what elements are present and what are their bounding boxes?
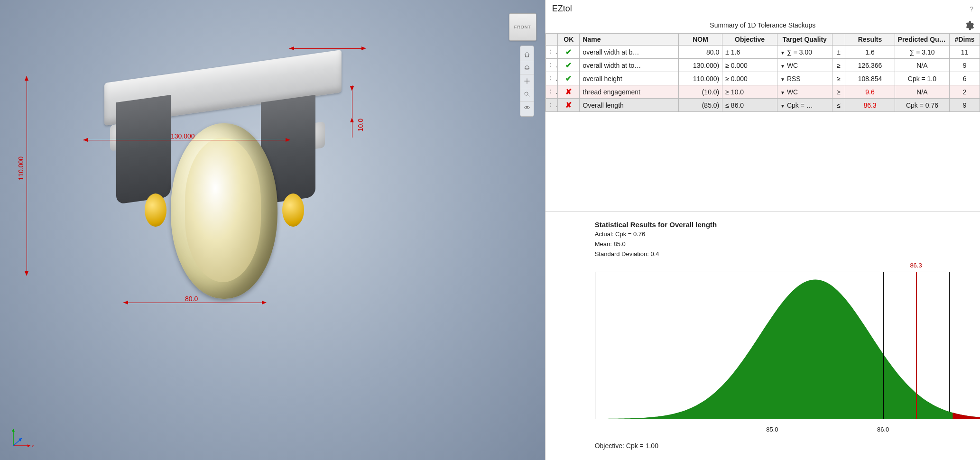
nav-home-icon[interactable]: [520, 48, 534, 61]
nav-orbit-icon[interactable]: [520, 61, 534, 74]
nav-pan-icon[interactable]: [520, 74, 534, 88]
model-bracket: [116, 95, 171, 204]
expand-toggle[interactable]: 〉: [545, 59, 557, 72]
axis-triad-icon: x: [9, 424, 35, 451]
settings-button[interactable]: [963, 19, 975, 32]
nav-look-icon[interactable]: [520, 101, 534, 114]
cell-predicted-quality: Cpk = 0.76: [895, 99, 950, 112]
table-row[interactable]: 〉✘Overall length(85.0)≤ 86.0▼Cpk = …≤86.…: [545, 99, 980, 112]
dim-thickness-label: 10.0: [357, 119, 364, 131]
cell-target-quality[interactable]: ▼WC: [777, 59, 832, 72]
cell-nom: 130.000): [678, 59, 722, 72]
table-row[interactable]: 〉✔overall height110.000)≥ 0.000▼RSS≥108.…: [545, 72, 980, 85]
col-target-quality[interactable]: Target Quality: [777, 34, 832, 46]
svg-marker-4: [28, 444, 30, 447]
cell-objective: ≥ 0.000: [722, 59, 777, 72]
col-name[interactable]: Name: [580, 34, 678, 46]
chart-plot: 86.3: [595, 272, 950, 419]
dim-arrow: [286, 138, 290, 142]
dim-width-top-label: 130.000: [171, 132, 195, 140]
cell-nom: 110.000): [678, 72, 722, 85]
col-op: [832, 34, 845, 46]
dim-line: [83, 140, 289, 140]
col-predicted-quality[interactable]: Predicted Quality: [895, 34, 950, 46]
expand-toggle[interactable]: 〉: [545, 99, 557, 112]
dim-width-bottom-label: 80.0: [185, 295, 198, 303]
dim-arrow: [350, 86, 354, 91]
col-ok[interactable]: OK: [558, 34, 580, 46]
cell-dims: 9: [950, 99, 980, 112]
cell-name: thread engagement: [580, 85, 678, 99]
chart-section: Statistical Results for Overall length A…: [545, 212, 980, 460]
table-row[interactable]: 〉✔overall width at b…80.0± 1.6▼∑ = 3.00±…: [545, 46, 980, 59]
col-objective[interactable]: Objective: [722, 34, 777, 46]
limit-line-upper: [883, 272, 884, 419]
cell-nom: (85.0): [678, 99, 722, 112]
cell-objective: ≤ 86.0: [722, 99, 777, 112]
dim-arrow: [25, 271, 28, 276]
expand-toggle[interactable]: 〉: [545, 72, 557, 85]
view-cube-face: FRONT: [514, 25, 531, 29]
help-icon[interactable]: ?: [970, 5, 973, 13]
actual-line: [916, 272, 917, 419]
check-icon: ✔: [565, 74, 572, 83]
cell-op: ≥: [832, 59, 845, 72]
chart-objective: Objective: Cpk = 1.00: [595, 442, 969, 450]
cell-name: overall width at to…: [580, 59, 678, 72]
view-cube[interactable]: FRONT: [509, 13, 536, 41]
cell-predicted-quality: Cpk = 1.0: [895, 72, 950, 85]
dim-line: [352, 85, 352, 138]
cell-target-quality[interactable]: ▼WC: [777, 85, 832, 99]
col-results[interactable]: Results: [845, 34, 895, 46]
cell-predicted-quality: N/A: [895, 85, 950, 99]
dim-arrow: [25, 76, 28, 81]
cell-nom: 80.0: [678, 46, 722, 59]
cell-target-quality[interactable]: ▼∑ = 3.00: [777, 46, 832, 59]
chart-actual: Actual: Cpk = 0.76: [595, 230, 969, 239]
cell-ok: ✔: [558, 59, 580, 72]
subheader-title: Summary of 1D Tolerance Stackups: [710, 21, 815, 29]
expand-toggle[interactable]: 〉: [545, 85, 557, 99]
nav-zoom-icon[interactable]: [520, 88, 534, 101]
cell-result: 86.3: [845, 99, 895, 112]
stackups-table: OK Name NOM Objective Target Quality Res…: [545, 33, 980, 112]
cell-target-quality[interactable]: ▼RSS: [777, 72, 832, 85]
dim-arrow: [350, 118, 354, 122]
cad-viewport[interactable]: FRONT 110.000 130.000 80.0 10.0: [0, 0, 545, 460]
cell-result: 9.6: [845, 85, 895, 99]
svg-text:x: x: [32, 444, 34, 448]
svg-point-0: [525, 66, 528, 70]
expand-toggle[interactable]: 〉: [545, 46, 557, 59]
cell-ok: ✘: [558, 99, 580, 112]
table-row[interactable]: 〉✘thread engagement(10.0)≥ 10.0▼WC≥9.6N/…: [545, 85, 980, 99]
actual-label: 86.3: [910, 262, 922, 269]
dim-line: [289, 48, 365, 49]
col-dims[interactable]: #Dims: [950, 34, 980, 46]
cell-op: ±: [832, 46, 845, 59]
cell-target-quality[interactable]: ▼Cpk = …: [777, 99, 832, 112]
x-icon: ✘: [565, 101, 572, 109]
cell-result: 126.366: [845, 59, 895, 72]
dim-height-label: 110.000: [17, 156, 25, 181]
dim-line: [123, 303, 266, 303]
check-icon: ✔: [565, 48, 572, 56]
col-nom[interactable]: NOM: [678, 34, 722, 46]
cell-result: 1.6: [845, 46, 895, 59]
gear-icon: [964, 20, 974, 31]
cell-dims: 6: [950, 72, 980, 85]
xtick: 86.0: [877, 426, 889, 433]
dim-line: [27, 76, 27, 275]
cell-ok: ✘: [558, 85, 580, 99]
dim-arrow: [289, 46, 294, 50]
cell-result: 108.854: [845, 72, 895, 85]
cell-ok: ✔: [558, 46, 580, 59]
svg-marker-7: [12, 429, 15, 432]
col-expand: [545, 34, 557, 46]
chart-title: Statistical Results for Overall length: [595, 221, 969, 229]
cad-model[interactable]: [76, 66, 342, 318]
distribution-curve: [595, 272, 980, 419]
eztol-panel: EZtol ? Summary of 1D Tolerance Stackups…: [545, 0, 980, 460]
dim-arrow: [83, 138, 88, 142]
table-row[interactable]: 〉✔overall width at to…130.000)≥ 0.000▼WC…: [545, 59, 980, 72]
cell-name: Overall length: [580, 99, 678, 112]
